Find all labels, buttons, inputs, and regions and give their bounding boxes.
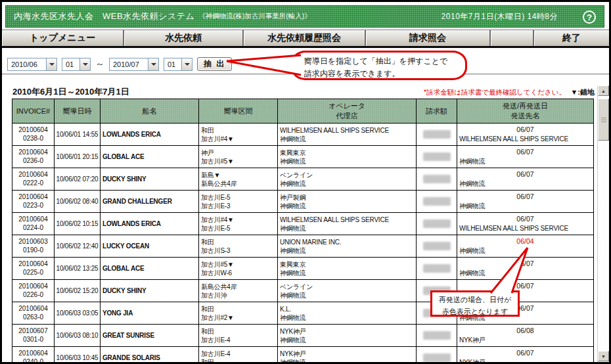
- menu-bar: トップメニュー 水先依頼 水先依頼履歴照会 請求照会 終了: [2, 30, 609, 48]
- scroll-up-arrow-icon[interactable]: ▲: [598, 85, 609, 96]
- send-destination: 神鋼物流: [457, 246, 593, 255]
- cell-ship-name: LUCKY OCEAN: [101, 235, 199, 258]
- table-row: 201006030190-010/06/02 12:40LUCKY OCEAN和…: [12, 235, 594, 258]
- send-date: 06/08: [457, 327, 593, 336]
- cell-operator-agent: 東興東京神鋼物流: [278, 146, 417, 168]
- cell-pilot-section: 新島▼新島公共4岸: [199, 168, 278, 191]
- table-row: 201006040223-010/06/02 08:40GRAND CHALLE…: [12, 191, 594, 213]
- extract-button[interactable]: 抽 出: [197, 57, 232, 71]
- cell-pilot-section: 和田加古川E-4: [199, 325, 278, 347]
- scrollbar-thumb[interactable]: [598, 99, 609, 141]
- send-date: 06/07: [457, 170, 593, 179]
- col-send-line2: 発送先名: [457, 111, 593, 121]
- resend-date-red: 06/04: [457, 237, 593, 246]
- send-date: 06/07: [457, 148, 593, 157]
- billing-table: INVOICE# 嚮導日時 船名 嚮導区間 オペレータ 代理店 請求額 発送/再…: [12, 99, 594, 364]
- col-send-line1: 発送/再発送日: [457, 101, 593, 111]
- anchor-legend: ▼:錨地: [570, 87, 595, 97]
- chevron-down-icon[interactable]: [148, 58, 158, 70]
- send-destination: WILHELMSEN AALL SHIPS SERVICE: [457, 224, 593, 233]
- to-month-select[interactable]: 2010/07: [109, 58, 159, 71]
- cell-send-date-dest: 06/07NYK神戸: [457, 347, 594, 364]
- cell-invoice: 201006040226-0: [12, 280, 55, 302]
- redacted-amount: [423, 197, 451, 206]
- menu-request-history[interactable]: 水先依頼履歴照会: [244, 30, 366, 46]
- cell-pilot-section: 加古川E-5加古川E-3: [199, 191, 278, 213]
- menu-top-menu[interactable]: トップメニュー: [2, 30, 124, 46]
- cell-send-date-dest: 06/04神鋼物流: [457, 235, 594, 258]
- chevron-down-icon[interactable]: [79, 58, 90, 70]
- help-icon[interactable]: ?: [583, 11, 596, 24]
- cell-pilot-section: 加古川#5▼加古川W-6: [199, 258, 278, 280]
- from-month-select[interactable]: 2010/06: [7, 58, 57, 71]
- table-row: 201006040238-010/06/01 14:55LOWLANDS ERI…: [12, 124, 594, 146]
- send-date: 06/07: [457, 193, 593, 202]
- cell-send-date-dest: 06/07WILHELMSEN AALL SHIPS SERVICE: [457, 213, 594, 235]
- cell-pilot-section: 加古川E-4和田: [199, 347, 278, 364]
- chevron-down-icon[interactable]: [46, 58, 57, 70]
- menu-exit[interactable]: 終了: [534, 30, 609, 46]
- cell-billing-amount: [417, 191, 457, 213]
- redacted-amount: [423, 152, 451, 161]
- cell-send-date-dest: 06/07WILHELMSEN AALL SHIPS SERVICE: [457, 124, 594, 146]
- scroll-down-arrow-icon[interactable]: ▼: [598, 351, 609, 361]
- extract-instruction-callout: 嚮導日を指定して「抽出」を押すことで 請求内容を表示できます。: [291, 51, 467, 80]
- cell-operator-agent: 神戸製鋼神鋼物流: [278, 191, 417, 213]
- redacted-amount: [423, 331, 451, 340]
- cell-send-date-dest: 06/07神鋼物流: [457, 168, 594, 191]
- cell-invoice: 201006040236-0: [12, 146, 55, 168]
- table-row: 201006070301-010/06/03 08:10GREAT SUNRIS…: [12, 325, 594, 347]
- cell-ship-name: LOWLANDS ERICA: [101, 213, 199, 235]
- app-subtitle: 《神鋼物流(株)加古川事業所(輸入)》: [198, 12, 311, 21]
- extract-instruction-line2: 請求内容を表示できます。: [304, 68, 465, 80]
- redacted-amount: [423, 175, 451, 183]
- title-bar: 内海水先区水先人会 WEB水先依頼システム 《神鋼物流(株)加古川事業所(輸入)…: [5, 5, 604, 28]
- cell-billing-amount: [417, 124, 457, 146]
- chevron-down-icon[interactable]: [181, 58, 192, 70]
- send-destination: WILHELMSEN AALL SHIPS SERVICE: [457, 135, 593, 143]
- cell-pilot-datetime: 10/06/02 07:20: [55, 168, 101, 191]
- from-month-value: 2010/06: [11, 60, 37, 68]
- menu-billing-inquiry[interactable]: 請求照会: [366, 30, 491, 46]
- from-day-value: 01: [66, 60, 74, 68]
- cell-operator-agent: ベンライン神鋼物流: [278, 280, 417, 302]
- cell-invoice: 201006030190-0: [12, 235, 55, 258]
- send-date: 06/07: [457, 125, 593, 135]
- cell-ship-name: GREAT SUNRISE: [101, 325, 199, 347]
- cell-send-date-dest: 06/07神鋼物流: [457, 191, 594, 213]
- cell-operator-agent: NYK神戸神鋼物流: [278, 347, 417, 364]
- vertical-scrollbar[interactable]: ▲ ▼: [597, 85, 609, 362]
- col-pilot-section: 嚮導区間: [199, 99, 278, 124]
- from-day-select[interactable]: 01: [62, 58, 91, 71]
- cell-invoice: 201006040263-0: [12, 302, 55, 325]
- menu-pilot-request[interactable]: 水先依頼: [124, 30, 244, 46]
- col-billing-amount: 請求額: [417, 99, 457, 124]
- cell-ship-name: GRANDE SOLARIS: [101, 347, 199, 364]
- app-title: 内海水先区水先人会 WEB水先依頼システム: [14, 11, 194, 22]
- table-row: 201006040225-010/06/02 13:25GLOBAL ACE加古…: [12, 258, 594, 280]
- cell-invoice: 201006040223-0: [12, 191, 55, 213]
- col-operator-line2: 代理店: [278, 111, 416, 121]
- cell-invoice: 201006040224-0: [12, 213, 55, 235]
- table-row: 201006040222-010/06/02 07:20DUCKY SHINY新…: [12, 168, 594, 191]
- amount-confirmation-note: *請求金額は請求書で最終確認してください。: [424, 88, 566, 97]
- col-pilot-datetime: 嚮導日時: [55, 99, 101, 124]
- cell-pilot-datetime: 10/06/02 12:40: [55, 235, 101, 258]
- to-day-select[interactable]: 01: [164, 58, 192, 71]
- cell-billing-amount: [417, 347, 457, 364]
- cell-billing-amount: [417, 213, 457, 235]
- cell-send-date-dest: 06/07神鋼物流: [457, 258, 594, 280]
- cell-billing-amount: [417, 146, 457, 168]
- cell-pilot-section: 新島公共4岸加古川沖: [199, 280, 278, 302]
- cell-pilot-datetime: 10/06/02 15:20: [55, 280, 101, 302]
- send-destination: 神鋼物流: [457, 179, 593, 188]
- to-month-value: 2010/07: [113, 60, 139, 68]
- cell-ship-name: LOWLANDS ERICA: [101, 124, 199, 146]
- cell-ship-name: DUCKY SHINY: [101, 168, 199, 191]
- cell-billing-amount: [417, 258, 457, 280]
- cell-send-date-dest: 06/07神鋼物流: [457, 146, 594, 168]
- send-destination: NYK神戸: [457, 336, 593, 344]
- cell-send-date-dest: 06/08NYK神戸: [457, 325, 594, 347]
- redacted-amount: [423, 353, 451, 362]
- cell-invoice: 201006040240-0: [12, 347, 55, 364]
